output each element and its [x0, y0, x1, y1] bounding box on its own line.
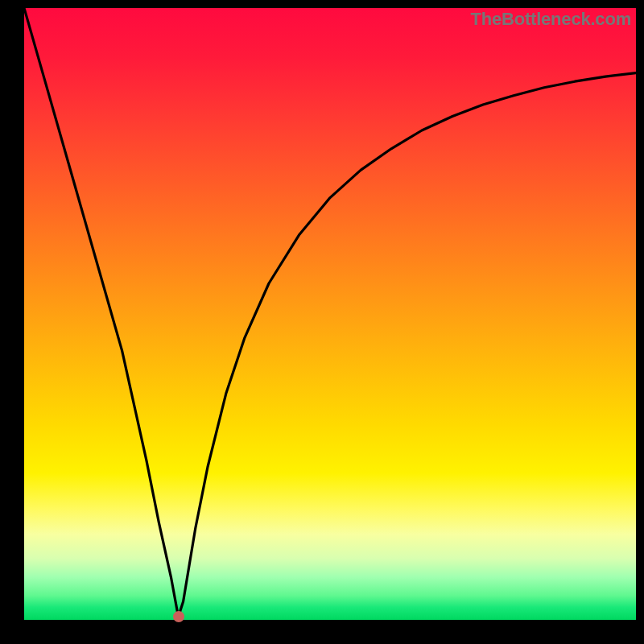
chart-frame: TheBottleneck.com	[0, 0, 644, 644]
curve-svg	[24, 8, 636, 620]
plot-area: TheBottleneck.com	[24, 8, 636, 620]
curve-path	[24, 8, 636, 617]
min-point-marker	[173, 611, 184, 622]
